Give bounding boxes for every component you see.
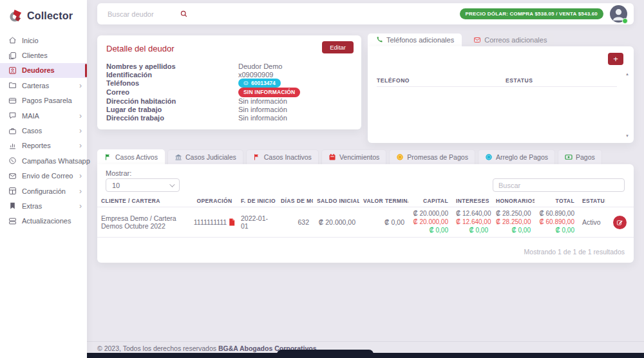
cases-panel: Mostrar: 10 CLIENTE / CARTERA OPERACIÓN … xyxy=(97,164,634,263)
edit-button[interactable]: Editar xyxy=(322,41,354,53)
cell-fecha-inicio: 2022-01-01 xyxy=(237,207,277,238)
tab-promesas-de-pagos[interactable]: Promesas de Pagos xyxy=(389,149,475,164)
contacts-table-header: TELÉFONO ESTATUS xyxy=(377,75,617,87)
sidebar-item-label: Configuración xyxy=(22,187,66,195)
cell-operacion: 1111111111 xyxy=(192,207,237,238)
bar-chart-icon xyxy=(8,142,17,150)
sidebar-item-extras[interactable]: Extras › xyxy=(0,198,87,213)
sidebar-item-inicio[interactable]: Inicio xyxy=(0,33,87,48)
sidebar-item-label: Inicio xyxy=(22,37,39,44)
cell-saldo-inicial: ₡ 20.000,00 xyxy=(313,207,359,238)
no-info-badge: SIN INFORMACIÓN xyxy=(238,88,300,97)
mail-icon xyxy=(8,172,17,180)
footer-divider xyxy=(87,341,644,342)
sidebar-item-envio-de-correo[interactable]: Envio de Correo › xyxy=(0,169,87,184)
chevron-right-icon: › xyxy=(79,127,82,135)
home-icon xyxy=(8,36,17,44)
search-icon[interactable] xyxy=(180,10,188,18)
search-input[interactable] xyxy=(108,10,180,18)
cash-green-icon xyxy=(565,153,573,161)
tab-casos-judiciales[interactable]: Casos Judiciales xyxy=(167,149,243,164)
flag-red-icon xyxy=(253,153,261,161)
tab-casos-activos[interactable]: Casos Activos xyxy=(97,149,165,164)
sidebar-item-configuracion[interactable]: Configuración › xyxy=(0,184,87,198)
case-edit-button[interactable] xyxy=(613,216,627,229)
chevron-right-icon: › xyxy=(79,172,82,180)
main-content: PRECIO DÓLAR: COMPRA $538.05 / VENTA $54… xyxy=(87,0,644,358)
tab-pagos[interactable]: Pagos xyxy=(558,149,602,164)
cases-search-input[interactable] xyxy=(493,178,625,192)
cases-table: CLIENTE / CARTERA OPERACIÓN F. DE INICIO… xyxy=(97,195,634,238)
message-icon xyxy=(243,80,249,86)
sidebar-item-reportes[interactable]: Reportes › xyxy=(0,138,87,153)
cell-actions xyxy=(605,207,634,238)
tab-casos-inactivos[interactable]: Casos Inactivos xyxy=(246,149,319,164)
sidebar: Collector Inicio Clientes Deudores Carte… xyxy=(0,0,87,358)
sidebar-item-pagos-pasarela[interactable]: Pagos Pasarela xyxy=(0,93,87,108)
tab-correos-adicionales[interactable]: Correos adicionales xyxy=(466,33,554,46)
cases-tabs: Casos Activos Casos Judiciales Casos Ina… xyxy=(97,149,602,164)
cell-estatus: Activo xyxy=(578,207,605,238)
sidebar-menu: Inicio Clientes Deudores Carteras › Pago… xyxy=(0,33,87,229)
cell-valor-terminal: ₡ 0,00 xyxy=(359,207,408,238)
scroll-up-icon[interactable]: ▲ xyxy=(625,72,629,76)
brand: Collector xyxy=(0,0,87,33)
sidebar-item-campanas-whatsapp[interactable]: Campañas Whatsapp xyxy=(0,153,87,168)
sidebar-item-carteras[interactable]: Carteras › xyxy=(0,78,87,93)
flag-green-icon xyxy=(104,153,112,161)
chevron-right-icon: › xyxy=(79,112,82,120)
chevron-right-icon: › xyxy=(79,82,82,90)
scrollbar[interactable]: ▲ ▼ xyxy=(624,72,630,138)
sidebar-item-label: Casos xyxy=(22,127,42,135)
field-nombres: Nombres y apellidos Deudor Demo xyxy=(106,62,352,70)
tab-arreglo-de-pagos[interactable]: Arreglo de Pagos xyxy=(478,149,555,164)
whatsapp-icon xyxy=(8,156,17,165)
case-row: Empresa Demo / Cartera Demos Octubre 202… xyxy=(97,207,634,238)
coin-yellow-icon xyxy=(396,153,404,161)
folder-icon xyxy=(8,81,17,90)
collector-logo-icon xyxy=(8,8,23,23)
sidebar-item-clientes[interactable]: Clientes xyxy=(0,48,87,62)
tab-vencimientos[interactable]: Vencimientos xyxy=(321,149,386,164)
phone-badge[interactable]: 60013474 xyxy=(238,79,281,88)
sidebar-item-label: Campañas Whatsapp xyxy=(22,157,90,165)
dollar-price-badge: PRECIO DÓLAR: COMPRA $538.05 / VENTA $54… xyxy=(460,8,603,19)
scroll-down-icon[interactable]: ▼ xyxy=(625,134,629,138)
cell-capital: ₡ 20.000,00 ₡ 20.000,00 ₡ 0,00 xyxy=(408,207,452,238)
field-correo: Correo SIN INFORMACIÓN xyxy=(106,88,352,97)
debtor-detail-card: Detalle del deudor Editar Nombres y apel… xyxy=(97,35,361,129)
sidebar-item-actualizaciones[interactable]: Actualizaciones xyxy=(0,214,87,229)
page-size-select[interactable]: 10 xyxy=(106,178,180,192)
online-status-dot xyxy=(622,18,628,24)
field-telefonos: Teléfonos 60013474 xyxy=(106,79,352,88)
file-export-icon[interactable] xyxy=(229,218,235,226)
stack-icon xyxy=(8,217,17,225)
chevron-right-icon: › xyxy=(79,187,82,195)
pencil-square-icon xyxy=(616,219,623,226)
cell-dias-mora: 632 xyxy=(277,207,313,238)
sidebar-item-deudores[interactable]: Deudores xyxy=(0,63,87,78)
sidebar-item-maia[interactable]: MAIA › xyxy=(0,108,87,123)
add-phone-button[interactable]: + xyxy=(608,53,623,65)
contacts-tabs: Teléfonos adicionales Correos adicionale… xyxy=(368,33,634,46)
field-lugar-trabajo: Lugar de trabajo Sin información xyxy=(106,106,352,114)
avatar[interactable] xyxy=(610,5,627,23)
briefcase-icon xyxy=(8,127,17,135)
chevron-right-icon: › xyxy=(79,142,82,149)
pagination-summary: Mostrando 1 de 1 de 1 resultados xyxy=(524,248,625,256)
sidebar-item-casos[interactable]: Casos › xyxy=(0,123,87,138)
field-direccion-habitacion: Dirección habitación Sin información xyxy=(106,97,352,106)
sidebar-item-label: Extras xyxy=(22,202,42,210)
brand-name: Collector xyxy=(27,10,73,22)
chevron-down-icon xyxy=(169,182,175,187)
cell-total: ₡ 60.890,00 ₡ 60.890,00 ₡ 0,00 xyxy=(535,207,578,238)
field-direccion-trabajo: Dirección trabajo Sin información xyxy=(106,114,352,122)
tab-telefonos-adicionales[interactable]: Teléfonos adicionales xyxy=(368,33,462,46)
chat-icon xyxy=(8,111,17,120)
sidebar-item-label: MAIA xyxy=(22,112,39,120)
additional-contacts-card: Teléfonos adicionales Correos adicionale… xyxy=(368,33,634,143)
bookmark-icon xyxy=(8,202,17,210)
phone-icon xyxy=(375,36,383,44)
sidebar-item-label: Pagos Pasarela xyxy=(22,97,72,104)
cell-cliente: Empresa Demo / Cartera Demos Octubre 202… xyxy=(97,207,192,238)
